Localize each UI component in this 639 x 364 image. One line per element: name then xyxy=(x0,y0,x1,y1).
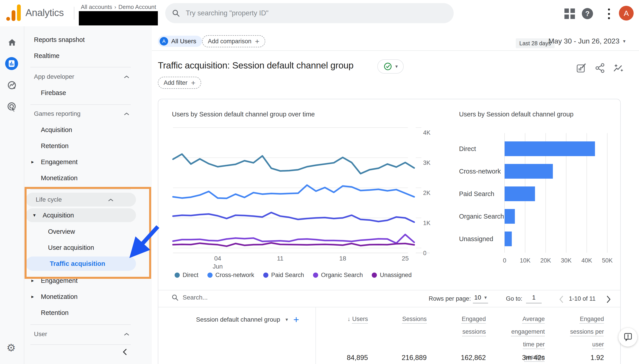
add-dimension-icon[interactable]: + xyxy=(293,314,299,325)
chevron-up-icon xyxy=(124,76,130,78)
pagination-range: 1-10 of 11 xyxy=(569,295,596,302)
reports-nav-icon-active[interactable] xyxy=(5,57,18,70)
sidebar-header-user[interactable]: User xyxy=(24,327,152,341)
sidebar-item-retention-2[interactable]: Retention xyxy=(24,306,152,320)
analytics-logo-icon xyxy=(6,17,10,21)
apps-grid-icon[interactable] xyxy=(564,8,575,19)
expand-right-icon[interactable]: ▸ xyxy=(30,159,35,165)
divider xyxy=(158,290,620,290)
sidebar-header-games-reporting[interactable]: Games reporting xyxy=(24,106,152,121)
total-avg-engagement-time: 3m 42s xyxy=(491,354,545,362)
bar-chart-title: Users by Session default channel group xyxy=(459,111,574,118)
sidebar-item-acquisition-lifecycle[interactable]: ▾ Acquisition xyxy=(26,208,136,222)
sidebar-item-monetization[interactable]: Monetization xyxy=(24,171,152,185)
sidebar-item-acquisition[interactable]: Acquisition xyxy=(24,123,152,137)
sidebar-item-engagement[interactable]: ▸ Engagement xyxy=(24,155,152,169)
breadcrumb-all-accounts[interactable]: All accounts xyxy=(81,4,112,10)
page-title: Traffic acquisition: Session default cha… xyxy=(158,60,354,71)
svg-text:0: 0 xyxy=(503,257,506,264)
dimension-column-header[interactable]: Session default channel group ▾ + xyxy=(196,314,299,325)
svg-text:Jun: Jun xyxy=(213,263,223,270)
sort-desc-icon: ↓ xyxy=(348,316,351,322)
svg-text:Direct: Direct xyxy=(459,145,476,152)
date-range-picker[interactable]: May 30 - Jun 26, 2023 ▾ xyxy=(548,37,625,45)
audience-pill-all-users[interactable]: A All Users xyxy=(158,36,202,47)
expand-down-icon[interactable]: ▾ xyxy=(32,212,37,218)
legend-item[interactable]: Direct xyxy=(175,272,198,278)
sidebar-item-reports-snapshot[interactable]: Reports snapshot xyxy=(24,32,152,47)
advertising-nav-icon[interactable] xyxy=(0,102,24,112)
sidebar-header-app-developer[interactable]: App developer xyxy=(24,70,152,84)
bar-chart: 010K20K30K40K50KDirectCross-networkPaid … xyxy=(455,130,621,268)
divider xyxy=(30,104,131,105)
sidebar-item-realtime[interactable]: Realtime xyxy=(24,48,152,63)
total-users: 84,895 xyxy=(314,354,368,362)
goto-page-input[interactable]: 1 xyxy=(526,294,542,303)
expand-right-icon[interactable]: ▸ xyxy=(30,278,35,284)
share-icon[interactable] xyxy=(595,63,605,73)
sidebar-item-engagement-2[interactable]: ▸ Engagement xyxy=(24,274,152,288)
sidebar-item-monetization-2[interactable]: ▸ Monetization xyxy=(24,290,152,304)
pagination-prev-icon xyxy=(558,295,565,304)
chevron-up-icon xyxy=(124,333,130,336)
home-icon[interactable] xyxy=(0,37,24,47)
check-circle-icon xyxy=(383,62,393,71)
customize-report-icon[interactable] xyxy=(576,63,586,73)
expand-right-icon[interactable]: ▸ xyxy=(30,294,35,300)
help-icon[interactable]: ? xyxy=(582,8,593,19)
app-brand: Analytics xyxy=(26,7,64,18)
legend-item[interactable]: Cross-network xyxy=(207,272,254,278)
search-icon xyxy=(172,9,180,17)
line-chart: 01K2K3K4K04Jun111825 xyxy=(172,124,440,271)
legend-item[interactable]: Paid Search xyxy=(263,272,304,278)
pagination-next-icon[interactable] xyxy=(605,295,612,304)
data-quality-badge[interactable]: ▾ xyxy=(377,59,404,74)
svg-text:1K: 1K xyxy=(423,220,431,226)
svg-text:11: 11 xyxy=(277,255,283,262)
table-search-input[interactable] xyxy=(183,294,276,301)
kebab-menu-icon[interactable] xyxy=(608,8,610,19)
analytics-logo-icon xyxy=(17,4,21,21)
breadcrumb-demo-account[interactable]: Demo Account xyxy=(118,4,156,10)
caret-down-icon: ▾ xyxy=(285,317,288,322)
svg-text:Paid Search: Paid Search xyxy=(459,190,494,198)
svg-text:20K: 20K xyxy=(540,257,551,264)
legend-dot-organic-search xyxy=(313,272,318,278)
breadcrumb[interactable]: All accounts › Demo Account xyxy=(81,4,156,10)
caret-down-icon: ▾ xyxy=(623,38,625,44)
sidebar-header-life-cycle[interactable]: Life cycle xyxy=(26,193,136,206)
search-input[interactable] xyxy=(186,9,431,17)
analytics-logo-icon xyxy=(12,10,16,21)
add-filter-button[interactable]: Add filter + xyxy=(158,77,201,89)
legend-item[interactable]: Organic Search xyxy=(313,272,363,278)
svg-text:10K: 10K xyxy=(520,257,530,264)
legend-dot-paid-search xyxy=(263,272,268,278)
admin-gear-icon[interactable]: ⚙ xyxy=(7,342,16,353)
redacted-property-name xyxy=(79,11,158,26)
add-comparison-button[interactable]: Add comparison + xyxy=(202,35,265,47)
legend-item[interactable]: Unassigned xyxy=(372,272,412,278)
audience-avatar: A xyxy=(160,37,168,46)
collapse-sidebar-icon[interactable] xyxy=(120,347,130,357)
chevron-up-icon xyxy=(108,198,114,202)
sidebar-item-firebase[interactable]: Firebase xyxy=(24,86,152,100)
svg-text:Organic Search: Organic Search xyxy=(459,213,504,220)
rows-per-page-select[interactable]: 10▾ xyxy=(473,294,488,303)
svg-text:Unassigned: Unassigned xyxy=(459,235,493,242)
feedback-button[interactable] xyxy=(618,328,637,346)
column-header-users[interactable]: ↓Users xyxy=(335,313,368,326)
avatar[interactable]: A xyxy=(619,6,634,20)
total-engaged-sessions-per-user: 1.92 xyxy=(550,354,604,362)
explore-nav-icon[interactable] xyxy=(0,80,24,90)
svg-text:30K: 30K xyxy=(561,257,572,264)
column-header-engaged-sessions-per-user[interactable]: Engaged sessions per user xyxy=(566,313,604,351)
sidebar-item-traffic-acquisition-selected[interactable]: Traffic acquisition xyxy=(26,256,136,271)
insights-icon[interactable] xyxy=(613,63,623,73)
column-header-engaged-sessions[interactable]: Engaged sessions xyxy=(459,313,486,338)
divider xyxy=(30,324,131,325)
column-header-sessions[interactable]: Sessions xyxy=(393,313,427,326)
table-search[interactable] xyxy=(171,294,276,301)
global-search[interactable] xyxy=(165,3,454,23)
sidebar-item-retention[interactable]: Retention xyxy=(24,139,152,153)
svg-text:2K: 2K xyxy=(423,190,431,196)
